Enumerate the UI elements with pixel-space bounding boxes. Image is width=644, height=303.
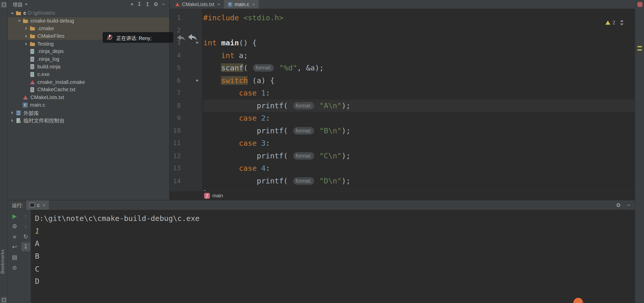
- tree-item-cmakecache.txt[interactable]: CMakeCache.txt: [8, 86, 169, 93]
- tree-item-label: .cmake: [37, 26, 54, 31]
- project-panel-title[interactable]: 项目: [13, 1, 23, 8]
- chevron-spacer: [24, 65, 29, 69]
- warning-stripe-mark[interactable]: [637, 49, 642, 51]
- code-line-11[interactable]: case 3:: [203, 137, 635, 150]
- close-icon[interactable]: ×: [252, 1, 255, 7]
- fold-chevron-icon[interactable]: [196, 80, 199, 82]
- chevron-spacer: [17, 95, 22, 100]
- restore-button[interactable]: ↻: [21, 232, 30, 241]
- console-line: [35, 288, 635, 301]
- run-body: ▶⚙■↩▤⊘ ↑↓↻↧ D:\git\note\c\cmake-build-de…: [8, 210, 635, 303]
- chevron-down-icon[interactable]: [25, 4, 28, 5]
- run-tab-c[interactable]: c ×: [26, 200, 49, 210]
- console-output[interactable]: D:\git\note\c\cmake-build-debug\c.exe1AB…: [31, 210, 635, 303]
- code-line-13[interactable]: case 4:: [203, 162, 635, 175]
- close-icon[interactable]: ×: [217, 1, 220, 7]
- code-line-2[interactable]: [203, 24, 635, 37]
- chevron-down-icon[interactable]: [10, 11, 15, 16]
- breadcrumb-item[interactable]: main: [212, 193, 223, 199]
- chevron-spacer: [24, 72, 29, 77]
- code-line-12[interactable]: printf( format: "C\n");: [203, 149, 635, 162]
- code-line-6[interactable]: switch (a) {: [203, 74, 635, 87]
- bottom-stripe-button[interactable]: [1, 297, 7, 303]
- function-icon: f: [204, 193, 210, 199]
- code-line-9[interactable]: case 2:: [203, 112, 635, 125]
- code-area[interactable]: #include <stdio.h> int main() { int a; s…: [202, 9, 635, 191]
- code-line-4[interactable]: int a;: [203, 49, 635, 62]
- collapse-all-icon[interactable]: ↥: [145, 0, 150, 9]
- chevron-right-icon[interactable]: [24, 34, 29, 39]
- tree-item-main.c[interactable]: Cmain.c: [8, 101, 169, 109]
- tree-item-item-14[interactable]: 临时文件和控制台: [8, 117, 169, 124]
- tab-main.c[interactable]: Cmain.c×: [224, 0, 259, 9]
- soft-wrap-button[interactable]: ↩: [10, 242, 19, 251]
- line-number: 9: [170, 112, 181, 125]
- inlay-hint: format:: [253, 64, 274, 71]
- scratch-icon: [16, 118, 22, 123]
- down-button[interactable]: ↓: [21, 222, 30, 231]
- code-line-8[interactable]: printf( format: "A\n");: [203, 99, 635, 112]
- clion-window: Bookmarks 项目 ⌖↧↥⚙− c D:\git\note\ccmake-…: [0, 0, 644, 303]
- chevron-right-icon[interactable]: [24, 26, 29, 31]
- tree-item-item-13[interactable]: 外部库: [8, 109, 169, 117]
- line-number: 4: [170, 49, 181, 62]
- code-line-7[interactable]: case 1:: [203, 87, 635, 100]
- code-line-1[interactable]: #include <stdio.h>: [203, 11, 635, 24]
- cfile-file-icon: C: [228, 2, 232, 7]
- code-line-10[interactable]: printf( format: "B\n");: [203, 124, 635, 137]
- close-icon[interactable]: ×: [42, 202, 46, 208]
- microphone-muted-icon: [107, 34, 112, 41]
- gutter-line-13: 13: [170, 162, 202, 175]
- project-tree[interactable]: c D:\git\note\ccmake-build-debug.cmakeCM…: [8, 9, 169, 124]
- hide-icon[interactable]: −: [162, 0, 165, 9]
- chevron-right-icon[interactable]: [24, 42, 29, 46]
- code-line-3[interactable]: int main() {: [203, 37, 635, 49]
- tree-item-.ninja_deps[interactable]: .ninja_deps: [8, 48, 169, 55]
- scroll-to-end-button[interactable]: ↧: [21, 242, 30, 251]
- overlay-forward-arrow-icon[interactable]: [187, 32, 198, 43]
- print-button[interactable]: ▤: [10, 253, 19, 262]
- code-line-5[interactable]: scanf( format: "%d", &a);: [203, 62, 635, 74]
- tree-item-c[interactable]: c D:\git\note\c: [8, 9, 169, 17]
- code-line-14[interactable]: printf( format: "D\n");: [203, 175, 635, 187]
- inspections-widget[interactable]: 2: [606, 20, 624, 26]
- tree-item-build.ninja[interactable]: build.ninja: [8, 63, 169, 71]
- line-number: 13: [170, 162, 181, 175]
- tree-item-cmakelists.txt[interactable]: CMakeLists.txt: [8, 93, 169, 101]
- chevron-right-icon[interactable]: [10, 118, 15, 123]
- chevron-right-icon[interactable]: [10, 110, 15, 115]
- chevron-down-icon[interactable]: [17, 19, 22, 23]
- tab-cmakelists.txt[interactable]: CMakeLists.txt×: [171, 0, 224, 9]
- locate-icon[interactable]: ⌖: [131, 0, 134, 9]
- inlay-hint: format:: [293, 127, 314, 134]
- gutter-line-8: 8: [170, 99, 202, 112]
- tab-label: CMakeLists.txt: [182, 2, 214, 7]
- rerun-button[interactable]: ▶: [10, 212, 19, 221]
- notifications-icon[interactable]: [637, 2, 642, 7]
- settings-button[interactable]: ⚙: [10, 222, 19, 231]
- stop-button[interactable]: ■: [10, 232, 19, 241]
- warning-stripe-mark[interactable]: [637, 46, 642, 47]
- bookmarks-stripe-button[interactable]: Bookmarks: [0, 249, 8, 274]
- warning-icon: [606, 21, 610, 25]
- tree-item-c.exe[interactable]: c.exe: [8, 71, 169, 78]
- tree-item-.cmake[interactable]: .cmake: [8, 25, 169, 32]
- overlay-back-arrow-icon[interactable]: [176, 33, 186, 43]
- settings-icon[interactable]: ⚙: [154, 0, 158, 9]
- project-stripe-button[interactable]: [1, 2, 7, 8]
- up-button[interactable]: ↑: [21, 212, 30, 221]
- tree-item-cmake_install.cmake[interactable]: cmake_install.cmake: [8, 78, 169, 86]
- clear-button[interactable]: ⊘: [10, 263, 19, 272]
- minimize-icon[interactable]: −: [627, 201, 630, 209]
- inlay-hint: format:: [293, 177, 314, 184]
- line-number: 11: [170, 137, 181, 150]
- tree-item-cmake-build-debug[interactable]: cmake-build-debug: [8, 17, 169, 25]
- code-line-15[interactable]: }: [203, 187, 635, 191]
- next-issue-chevron-icon[interactable]: [620, 24, 624, 26]
- folder-icon: [16, 10, 22, 16]
- binary-icon: [30, 72, 35, 78]
- prev-issue-chevron-icon[interactable]: [620, 20, 624, 22]
- tree-item-.ninja_log[interactable]: .ninja_log: [8, 55, 169, 63]
- scroll-from-source-icon[interactable]: ↧: [137, 0, 142, 9]
- settings-gear-icon[interactable]: ⚙: [616, 201, 621, 209]
